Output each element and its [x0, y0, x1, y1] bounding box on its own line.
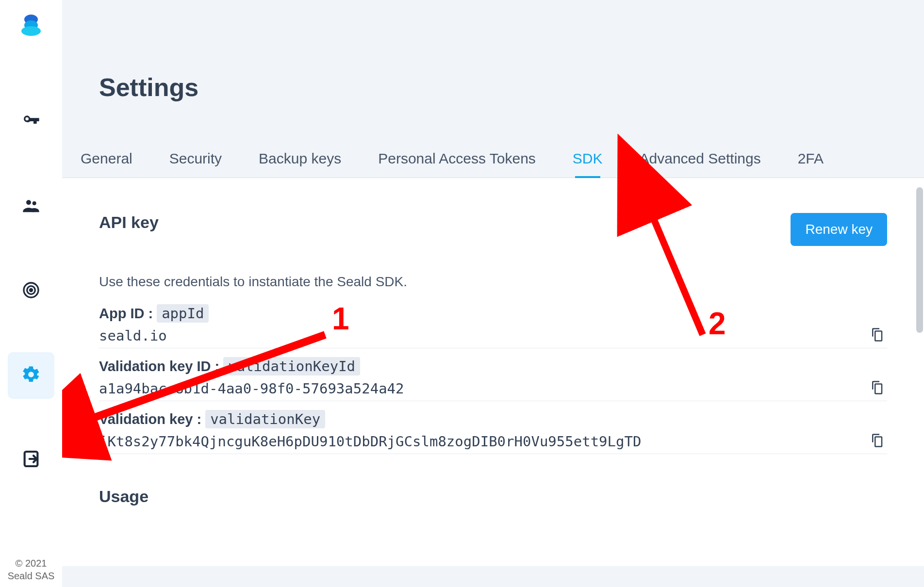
tab-general[interactable]: General	[62, 144, 151, 178]
credential-label: App ID :	[99, 306, 153, 322]
content-panel: API key Renew key Use these credentials …	[62, 178, 924, 566]
tab-sdk[interactable]: SDK	[554, 144, 621, 178]
logout-icon	[21, 449, 41, 471]
copy-icon	[870, 388, 884, 396]
credential-value: a1a94bac-8b1d-4aa0-98f0-57693a524a42	[99, 380, 404, 397]
copy-icon	[870, 441, 884, 449]
key-icon	[21, 112, 41, 133]
copy-button[interactable]	[867, 325, 887, 347]
people-icon	[21, 196, 41, 217]
credential-code: appId	[157, 304, 209, 323]
svg-point-4	[30, 289, 33, 292]
page-title: Settings	[62, 0, 924, 102]
tab-advanced-settings[interactable]: Advanced Settings	[621, 144, 779, 178]
credential-app-id: App ID : appId seald.io	[99, 304, 887, 348]
footer-company: Seald SAS	[0, 570, 62, 582]
credential-code: validationKey	[205, 410, 325, 428]
target-icon	[21, 280, 41, 302]
sidebar-item-settings[interactable]	[8, 352, 54, 399]
sidebar-item-keys[interactable]	[8, 99, 54, 146]
credential-label: Validation key ID :	[99, 359, 219, 375]
tab-2fa[interactable]: 2FA	[779, 144, 842, 178]
svg-point-0	[26, 200, 31, 205]
tab-backup-keys[interactable]: Backup keys	[240, 144, 360, 178]
api-key-intro: Use these credentials to instantiate the…	[99, 274, 887, 290]
footer-copyright: © 2021	[0, 557, 62, 570]
credential-value: jKt8s2y77bk4QjncguK8eH6pDU910tDbDRjGCslm…	[99, 433, 641, 450]
footer: © 2021 Seald SAS	[0, 557, 62, 582]
scrollbar-thumb[interactable]	[916, 187, 923, 333]
sidebar-item-logout[interactable]	[8, 437, 54, 483]
credential-label: Validation key :	[99, 411, 201, 427]
sidebar: © 2021 Seald SAS	[0, 0, 62, 587]
api-key-section-title: API key	[99, 213, 159, 232]
renew-key-button[interactable]: Renew key	[791, 213, 887, 246]
tab-security[interactable]: Security	[151, 144, 240, 178]
usage-section-title: Usage	[99, 487, 887, 506]
main-content: Settings General Security Backup keys Pe…	[62, 0, 924, 587]
credential-validation-key: Validation key : validationKey jKt8s2y77…	[99, 410, 887, 454]
sidebar-item-target[interactable]	[8, 268, 54, 314]
credential-code: validationKeyId	[223, 357, 360, 375]
svg-point-1	[33, 201, 36, 205]
tabs: General Security Backup keys Personal Ac…	[62, 102, 924, 178]
credential-value: seald.io	[99, 327, 167, 344]
tab-personal-access-tokens[interactable]: Personal Access Tokens	[360, 144, 554, 178]
gear-icon	[21, 365, 41, 386]
copy-button[interactable]	[867, 377, 887, 400]
credential-validation-key-id: Validation key ID : validationKeyId a1a9…	[99, 357, 887, 401]
logo	[17, 12, 45, 41]
copy-icon	[870, 335, 884, 343]
sidebar-item-users[interactable]	[8, 183, 54, 230]
copy-button[interactable]	[867, 430, 887, 453]
